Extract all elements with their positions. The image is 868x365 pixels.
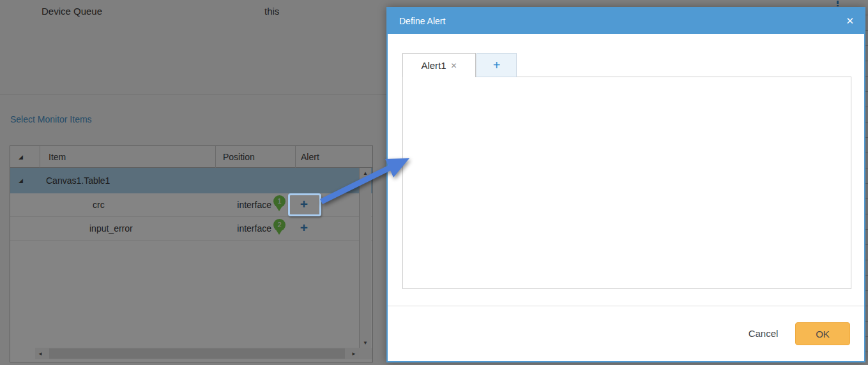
tab-alert1[interactable]: Alert1 ✕	[402, 53, 476, 77]
dialog-title: Define Alert	[399, 8, 445, 34]
highlight-box-annotation	[288, 193, 321, 216]
define-alert-dialog: Define Alert ✕ Alert1 ✕ + Name: Select A…	[386, 7, 865, 362]
close-icon[interactable]: ✕	[846, 8, 854, 34]
tab-close-icon[interactable]: ✕	[451, 61, 457, 70]
alert-form-panel	[402, 77, 851, 289]
screen: Device Queue this Select Monitor Items ◢…	[0, 0, 868, 365]
tab-add-button[interactable]: +	[476, 53, 517, 77]
ok-button[interactable]: OK	[795, 322, 850, 345]
dialog-header: Define Alert ✕	[388, 8, 864, 34]
footer-divider	[388, 306, 864, 306]
cancel-button[interactable]: Cancel	[743, 322, 784, 345]
plus-icon: +	[493, 58, 501, 73]
tab-alert1-label: Alert1	[421, 60, 446, 71]
